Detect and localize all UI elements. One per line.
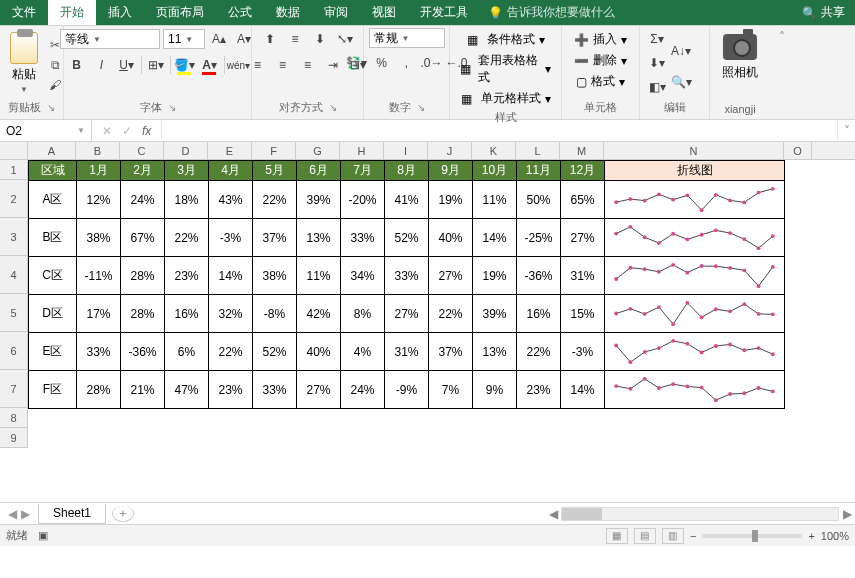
cell[interactable]: 14% — [208, 256, 253, 295]
cell[interactable]: 28% — [120, 256, 165, 295]
cell[interactable]: 32% — [208, 294, 253, 333]
cell[interactable]: 5月 — [252, 160, 297, 181]
cell[interactable]: -3% — [208, 218, 253, 257]
row-header[interactable]: 1 — [0, 160, 28, 180]
column-header[interactable]: D — [164, 142, 208, 159]
cell[interactable]: 4% — [340, 332, 385, 371]
cell[interactable]: 67% — [120, 218, 165, 257]
cell[interactable] — [604, 332, 785, 371]
autosum-button[interactable]: Σ▾ — [646, 28, 668, 50]
cell[interactable] — [604, 180, 785, 219]
tab-home[interactable]: 开始 — [48, 0, 96, 25]
cell[interactable]: 13% — [472, 332, 517, 371]
cell[interactable]: 33% — [252, 370, 297, 409]
formula-input[interactable] — [162, 120, 837, 141]
cell[interactable]: 6月 — [296, 160, 341, 181]
cell[interactable]: 22% — [164, 218, 209, 257]
camera-button[interactable]: 照相机 — [722, 64, 758, 81]
number-dialog-icon[interactable]: ↘ — [417, 102, 425, 113]
cell[interactable]: 38% — [252, 256, 297, 295]
cell[interactable]: 47% — [164, 370, 209, 409]
cell[interactable]: 8月 — [384, 160, 429, 181]
cell[interactable]: F区 — [28, 370, 77, 409]
cell[interactable]: -11% — [76, 256, 121, 295]
cell[interactable] — [604, 256, 785, 295]
expand-formula-bar-button[interactable]: ˅ — [837, 120, 855, 141]
cell[interactable]: B区 — [28, 218, 77, 257]
cell[interactable]: 31% — [384, 332, 429, 371]
tab-review[interactable]: 审阅 — [312, 0, 360, 25]
cell[interactable]: 区域 — [28, 160, 77, 181]
cell[interactable]: 18% — [164, 180, 209, 219]
name-box[interactable]: O2▼ — [0, 120, 92, 141]
sheet-nav-prev-button[interactable]: ◀ — [8, 507, 17, 521]
cell[interactable]: 22% — [252, 180, 297, 219]
page-layout-view-button[interactable]: ▤ — [634, 528, 656, 544]
cell[interactable]: 12% — [76, 180, 121, 219]
cell[interactable]: 52% — [252, 332, 297, 371]
cell[interactable]: -8% — [252, 294, 297, 333]
font-size-combo[interactable]: 11▼ — [163, 29, 205, 49]
column-header[interactable]: C — [120, 142, 164, 159]
row-header[interactable]: 7 — [0, 370, 28, 408]
cell[interactable]: 42% — [296, 294, 341, 333]
macro-record-icon[interactable]: ▣ — [38, 529, 48, 542]
zoom-level[interactable]: 100% — [821, 530, 849, 542]
align-left-button[interactable]: ≡ — [247, 54, 269, 76]
tab-file[interactable]: 文件 — [0, 0, 48, 25]
sort-filter-button[interactable]: A↓▾ — [670, 33, 692, 69]
cell[interactable]: 40% — [296, 332, 341, 371]
cell[interactable]: 33% — [340, 218, 385, 257]
cell[interactable]: 27% — [428, 256, 473, 295]
indent-button[interactable]: ⇥ — [322, 54, 344, 76]
cell[interactable]: 52% — [384, 218, 429, 257]
fill-color-button[interactable]: 🪣▾ — [174, 54, 196, 76]
cell[interactable]: 34% — [340, 256, 385, 295]
cell[interactable]: 2月 — [120, 160, 165, 181]
add-sheet-button[interactable]: ＋ — [112, 506, 134, 522]
cell[interactable]: A区 — [28, 180, 77, 219]
zoom-out-button[interactable]: − — [690, 530, 696, 542]
cell[interactable]: 折线图 — [604, 160, 785, 181]
cell[interactable]: 17% — [76, 294, 121, 333]
column-header[interactable]: M — [560, 142, 604, 159]
cell[interactable]: -3% — [560, 332, 605, 371]
page-break-view-button[interactable]: ▥ — [662, 528, 684, 544]
sheet-tab[interactable]: Sheet1 — [38, 504, 106, 524]
cell[interactable]: 23% — [516, 370, 561, 409]
cell[interactable]: 11月 — [516, 160, 561, 181]
spreadsheet-grid[interactable]: ABCDEFGHIJKLMNO 123456789 区域1月2月3月4月5月6月… — [0, 142, 855, 502]
fill-button[interactable]: ⬇▾ — [646, 52, 668, 74]
cell[interactable]: 1月 — [76, 160, 121, 181]
increase-decimal-button[interactable]: .0→ — [421, 52, 443, 74]
cell[interactable]: 7% — [428, 370, 473, 409]
row-header[interactable]: 6 — [0, 332, 28, 370]
cell[interactable]: 40% — [428, 218, 473, 257]
conditional-format-button[interactable]: ▦条件格式▾ — [463, 30, 549, 49]
align-center-button[interactable]: ≡ — [272, 54, 294, 76]
align-top-button[interactable]: ⬆ — [259, 28, 281, 50]
tell-me[interactable]: 💡告诉我你想要做什么 — [480, 0, 792, 25]
font-name-combo[interactable]: 等线▼ — [60, 29, 160, 49]
cell[interactable]: 19% — [472, 256, 517, 295]
currency-button[interactable]: 💱▾ — [346, 52, 368, 74]
cell[interactable]: 39% — [472, 294, 517, 333]
collapse-ribbon-button[interactable]: ˄ — [779, 30, 785, 44]
cell[interactable]: 9月 — [428, 160, 473, 181]
cell[interactable]: 14% — [560, 370, 605, 409]
cell[interactable]: 37% — [428, 332, 473, 371]
format-painter-button[interactable]: 🖌 — [46, 77, 64, 93]
cell[interactable]: 27% — [560, 218, 605, 257]
percent-button[interactable]: % — [371, 52, 393, 74]
cell[interactable] — [604, 370, 785, 409]
cell-styles-button[interactable]: ▦单元格样式▾ — [457, 89, 555, 108]
row-header[interactable]: 8 — [0, 408, 28, 428]
cell[interactable]: -9% — [384, 370, 429, 409]
cell[interactable]: 4月 — [208, 160, 253, 181]
tab-insert[interactable]: 插入 — [96, 0, 144, 25]
cell[interactable]: 22% — [516, 332, 561, 371]
fx-button[interactable]: fx — [142, 124, 151, 138]
cell[interactable]: 41% — [384, 180, 429, 219]
bold-button[interactable]: B — [66, 54, 88, 76]
cell[interactable]: 24% — [120, 180, 165, 219]
